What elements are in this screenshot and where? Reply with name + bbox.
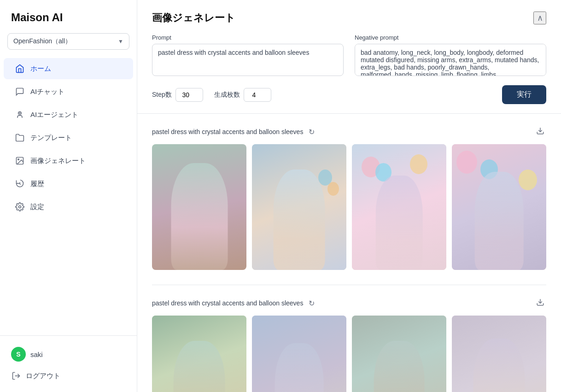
negative-prompt-input[interactable] — [355, 44, 546, 76]
divider-1 — [152, 285, 546, 285]
result-2-image-2[interactable] — [252, 316, 346, 392]
svg-point-1 — [19, 113, 20, 114]
count-input[interactable] — [244, 88, 271, 102]
result-1-image-1[interactable] — [152, 144, 246, 270]
result-1-image-4[interactable] — [452, 144, 546, 270]
sidebar-item-ai-chat-label: AIチャット — [30, 88, 64, 96]
model-selector[interactable]: OpenFashion（all） ▼ — [7, 33, 129, 50]
download-icon-2 — [536, 298, 544, 308]
count-label: 生成枚数 — [214, 91, 240, 99]
agent-icon — [15, 110, 25, 120]
sidebar-nav: ホーム AIチャット AIエージェント — [0, 57, 137, 335]
step-label: Step数 — [152, 91, 172, 99]
logout-label: ログアウト — [26, 372, 60, 380]
download-button-1[interactable] — [534, 125, 546, 139]
history-icon — [15, 179, 25, 189]
result-1-prompt: pastel dress with crystal accents and ba… — [152, 128, 303, 135]
result-2-image-1[interactable] — [152, 316, 246, 392]
execute-button[interactable]: 実行 — [502, 85, 546, 104]
sidebar-item-settings-label: 設定 — [30, 203, 44, 211]
prompts-row: Prompt Negative prompt — [152, 34, 546, 78]
download-button-2[interactable] — [534, 296, 546, 310]
sidebar-item-image-gen[interactable]: 画像ジェネレート — [4, 150, 133, 171]
folder-icon — [15, 133, 25, 143]
negative-prompt-column: Negative prompt — [355, 34, 546, 78]
refresh-button-2[interactable]: ↻ — [307, 297, 316, 310]
collapse-button[interactable]: ∧ — [533, 12, 546, 24]
avatar: S — [11, 347, 26, 362]
config-header: 画像ジェネレート ∧ — [152, 11, 546, 25]
result-group-1: pastel dress with crystal accents and ba… — [152, 125, 546, 270]
home-icon — [15, 64, 25, 74]
chevron-down-icon: ▼ — [118, 38, 123, 45]
config-section: 画像ジェネレート ∧ Prompt Negative prompt Step数 … — [137, 0, 561, 114]
refresh-button-1[interactable]: ↻ — [307, 126, 316, 138]
chat-icon — [15, 87, 25, 97]
sidebar-item-settings[interactable]: 設定 — [4, 196, 133, 217]
count-control: 生成枚数 — [214, 88, 271, 102]
page-title: 画像ジェネレート — [152, 11, 235, 25]
app-logo: Maison AI — [0, 0, 137, 33]
result-header-2: pastel dress with crystal accents and ba… — [152, 296, 546, 310]
model-selector-value: OpenFashion（all） — [13, 37, 71, 46]
step-input[interactable] — [175, 88, 203, 102]
sidebar: Maison AI OpenFashion（all） ▼ ホーム AIチャット — [0, 0, 137, 392]
result-1-image-2[interactable] — [252, 144, 346, 270]
sidebar-item-home-label: ホーム — [30, 64, 51, 73]
step-control: Step数 — [152, 88, 203, 102]
sidebar-item-image-gen-label: 画像ジェネレート — [30, 157, 86, 165]
refresh-icon: ↻ — [309, 128, 315, 136]
sidebar-item-template[interactable]: テンプレート — [4, 127, 133, 148]
prompt-label: Prompt — [152, 34, 344, 41]
result-1-images — [152, 144, 546, 270]
svg-point-3 — [18, 159, 19, 160]
result-2-prompt: pastel dress with crystal accents and ba… — [152, 299, 303, 307]
svg-point-4 — [19, 206, 21, 208]
settings-icon — [15, 202, 25, 212]
result-2-image-4[interactable] — [452, 316, 546, 392]
sidebar-item-ai-chat[interactable]: AIチャット — [4, 81, 133, 102]
image-gen-icon — [15, 156, 25, 166]
result-1-image-3[interactable] — [352, 144, 446, 270]
negative-prompt-label: Negative prompt — [355, 34, 546, 41]
result-2-image-3[interactable] — [352, 316, 446, 392]
download-icon — [536, 127, 544, 137]
sidebar-item-template-label: テンプレート — [30, 134, 72, 142]
sidebar-item-ai-agent[interactable]: AIエージェント — [4, 104, 133, 125]
sidebar-item-history-label: 履歴 — [30, 180, 44, 188]
results-section: pastel dress with crystal accents and ba… — [137, 114, 561, 392]
logout-button[interactable]: ログアウト — [7, 367, 129, 385]
logout-icon — [11, 371, 21, 381]
prompt-column: Prompt — [152, 34, 344, 78]
chevron-up-icon: ∧ — [537, 13, 543, 23]
sidebar-item-home[interactable]: ホーム — [4, 58, 133, 79]
sidebar-item-history[interactable]: 履歴 — [4, 173, 133, 194]
prompt-input[interactable] — [152, 44, 344, 76]
controls-row: Step数 生成枚数 実行 — [152, 85, 546, 104]
result-group-2: pastel dress with crystal accents and ba… — [152, 296, 546, 392]
username-label: saki — [30, 351, 43, 358]
sidebar-bottom: S saki ログアウト — [0, 335, 137, 392]
sidebar-item-ai-agent-label: AIエージェント — [30, 111, 78, 119]
refresh-icon-2: ↻ — [309, 299, 315, 308]
result-header-1: pastel dress with crystal accents and ba… — [152, 125, 546, 139]
main-content: 画像ジェネレート ∧ Prompt Negative prompt Step数 … — [137, 0, 561, 392]
result-2-images — [152, 316, 546, 392]
user-profile[interactable]: S saki — [7, 343, 129, 365]
